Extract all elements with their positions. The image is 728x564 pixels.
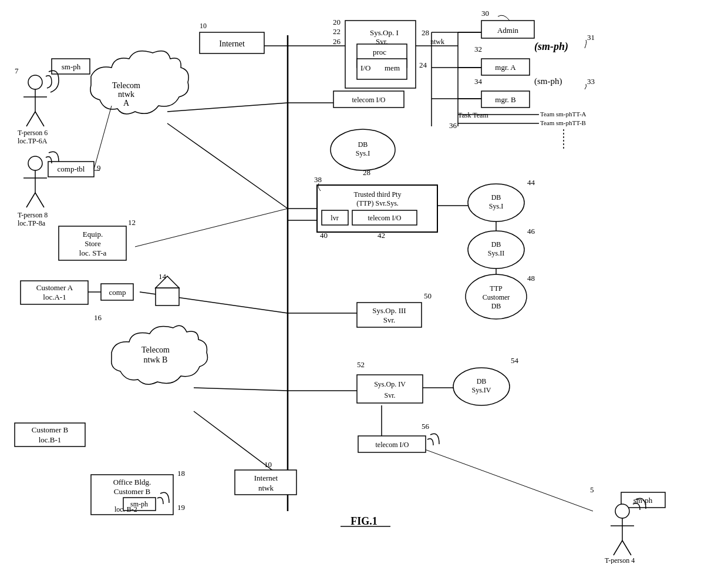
ref-24: 24	[419, 61, 427, 69]
ttp-customer-db-3: DB	[491, 302, 501, 310]
ttp-line1: Trusted third Pty	[354, 190, 402, 199]
ref-7: 7	[15, 66, 19, 75]
team-b-label: Team sm-phTT-B	[540, 119, 586, 126]
db-sys2-label: DB	[491, 240, 501, 249]
ref-26: 26	[333, 37, 341, 46]
proc-label: proc	[373, 48, 386, 56]
ref-40: 40	[320, 231, 328, 240]
ref-36: 36	[449, 121, 457, 130]
comp-label: comp	[109, 288, 126, 297]
ref-19: 19	[177, 503, 185, 512]
ref-44: 44	[527, 178, 535, 187]
ref-14: 14	[159, 272, 167, 281]
ref-20: 20	[333, 18, 341, 26]
sysop4-label: Sys.Op. IV	[374, 380, 406, 388]
office-bldg-line2: Customer B	[114, 487, 151, 496]
ttp-customer-db-2: Customer	[483, 293, 510, 301]
equip-store-line3: loc. ST-a	[79, 249, 107, 257]
lvr-label: lvr	[331, 214, 338, 222]
mgr-b-label: mgr. B	[495, 95, 516, 104]
equip-store-line1: Equip.	[83, 230, 103, 239]
telecom-io-top-label: telecom I/O	[352, 96, 386, 104]
sysop3-svr: Svr.	[383, 315, 396, 324]
telecom-b-line2: ntwk B	[144, 355, 168, 364]
smph-33-label: (sm-ph)	[534, 76, 562, 86]
telecom-a-line2: ntwk	[118, 90, 134, 99]
person4-head	[615, 504, 629, 518]
db-sys4-label: DB	[477, 377, 487, 385]
ref-22: 22	[333, 27, 341, 36]
mem-label: mem	[385, 63, 400, 72]
ttp-customer-db-1: TTP	[490, 284, 503, 293]
db-sys1-right-sys: Sys.I	[489, 202, 503, 210]
ref-18: 18	[177, 469, 185, 478]
ref-46: 46	[527, 227, 535, 236]
ref-50: 50	[424, 291, 432, 300]
ref-10a: 10	[200, 22, 207, 30]
office-bldg-line3: loc. B-2	[114, 505, 137, 513]
telecom-a-line3: A	[123, 99, 130, 108]
sysop3-label: Sys.Op. III	[372, 306, 406, 315]
equip-store-line2: Store	[85, 239, 101, 248]
comp-tbl-label: comp-tbl	[58, 164, 85, 173]
ref-28a: 28	[422, 28, 429, 37]
internet-bot-label: Internet	[254, 474, 278, 482]
smph-31-label: (sm-ph)	[534, 41, 568, 53]
sysop4-svr: Svr.	[384, 391, 395, 400]
telecom-io-bot-label: telecom I/O	[376, 441, 409, 449]
sysop1-svr: Svr.	[376, 37, 388, 46]
tperson6-line2: loc.TP-6A	[18, 137, 48, 145]
house-icon	[156, 288, 179, 306]
ref-5: 5	[590, 485, 594, 494]
sysop1-label: Sys.Op. I	[370, 28, 399, 37]
ref-9: 9	[97, 163, 101, 172]
internet-bot-ntwk: ntwk	[258, 484, 274, 492]
customer-b-loc1-line1: Customer B	[32, 425, 69, 434]
fig1-label: FIG.1	[350, 515, 378, 527]
ref-28b: 28	[363, 168, 370, 177]
ref-34: 34	[474, 77, 483, 86]
ntwk-label: ntwk	[430, 38, 444, 46]
team-a-label: Team sm-phTT-A	[540, 110, 587, 118]
customer-a-line2: loc.A-1	[43, 293, 66, 301]
ref-12: 12	[128, 218, 136, 227]
db-sys1-top-sys: Sys.I	[356, 149, 370, 157]
db-sys4-sys: Sys.IV	[471, 386, 491, 394]
tperson8-line1: T-person 8	[18, 211, 48, 219]
internet-top-label: Internet	[219, 39, 245, 48]
task-team-label: Task Team	[458, 111, 488, 119]
db-sys2-sys: Sys.II	[488, 249, 504, 257]
diagram-svg: Internet 10 Sys.Op. I Svr. proc I/O mem …	[0, 0, 728, 564]
office-bldg-line1: Office Bldg.	[113, 478, 151, 486]
customer-a-line1: Customer A	[36, 283, 73, 292]
telecom-io-ttp-label: telecom I/O	[368, 214, 402, 222]
ref-54: 54	[511, 356, 519, 365]
ref-56: 56	[422, 422, 430, 431]
io-label: I/O	[360, 63, 370, 72]
ref-42: 42	[378, 231, 385, 240]
ref-32: 32	[474, 45, 482, 53]
admin-label: Admin	[497, 26, 519, 35]
ref-48: 48	[527, 274, 535, 283]
db-sys1-top-label: DB	[358, 140, 368, 149]
ref-31: 31	[587, 33, 595, 42]
ref-33: 33	[587, 77, 595, 86]
db-sys1-right-label: DB	[491, 193, 501, 202]
customer-b-loc1-line2: loc.B-1	[39, 435, 62, 444]
person6-head	[28, 75, 42, 89]
telecom-a-line1: Telecom	[112, 81, 140, 90]
ref-16: 16	[94, 313, 102, 322]
tperson8-line2: loc.TP-8a	[18, 219, 46, 227]
person8-head	[28, 156, 42, 170]
telecom-b-line1: Telecom	[141, 345, 170, 354]
mgr-a-label: mgr. A	[495, 63, 516, 72]
ref-30a: 30	[481, 9, 489, 18]
tperson6-line1: T-person 6	[18, 129, 48, 137]
ttp-line2: (TTP) Svr.Sys.	[356, 199, 399, 207]
tperson4-label: T-person 4	[605, 556, 635, 564]
ref-30b: 38	[314, 175, 322, 184]
ref-52: 52	[357, 360, 365, 369]
smph-7-label: sm-ph	[62, 62, 81, 71]
ref-10b: 10	[264, 460, 272, 469]
